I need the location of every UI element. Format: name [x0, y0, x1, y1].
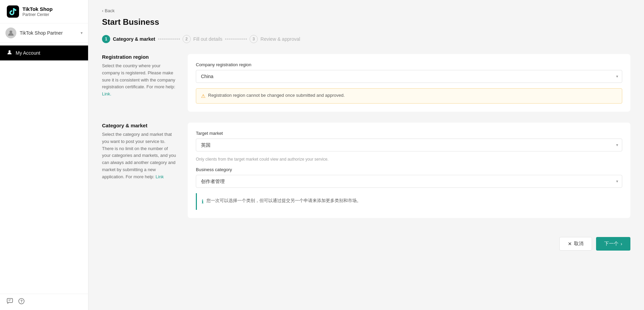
back-link[interactable]: ‹ Back: [102, 8, 630, 13]
registration-section-desc: Registration region Select the country w…: [102, 54, 177, 112]
step-dots-2: [225, 38, 247, 40]
business-category-select[interactable]: 创作者管理内容制作营销推广数据分析: [196, 175, 622, 188]
warning-box: ⚠ Registration region cannot be changed …: [196, 88, 622, 104]
user-name: TikTok Shop Partner: [20, 30, 77, 36]
category-section-title: Category & market: [102, 123, 177, 128]
registration-link[interactable]: Link.: [102, 91, 111, 96]
cancel-label: 取消: [574, 241, 583, 247]
chevron-down-icon: ▾: [81, 31, 83, 35]
back-label: Back: [105, 8, 115, 13]
step-2: 2 Fill out details: [183, 35, 223, 43]
business-category-select-wrapper: 创作者管理内容制作营销推广数据分析 ▾: [196, 175, 622, 188]
cancel-icon: ✕: [568, 241, 572, 247]
sidebar-nav: My Account: [0, 43, 88, 294]
company-region-label: Company registration region: [196, 62, 622, 67]
warning-triangle-icon: ⚠: [201, 93, 205, 99]
svg-point-2: [9, 50, 11, 52]
user-selector[interactable]: TikTok Shop Partner ▾: [0, 23, 88, 43]
registration-section-title: Registration region: [102, 54, 177, 60]
svg-text:?: ?: [20, 299, 23, 303]
back-chevron-icon: ‹: [102, 8, 103, 13]
info-box: ℹ 您一次可以选择一个类别，但可以通过提交另一个申请来添加更多类别和市场。: [196, 193, 622, 210]
svg-rect-0: [7, 5, 19, 18]
cancel-button[interactable]: ✕ 取消: [559, 237, 592, 251]
step-dots-1: [158, 38, 180, 40]
partner-center-label: Partner Center: [22, 12, 53, 17]
category-link[interactable]: Link: [156, 174, 164, 179]
page-title: Start Business: [102, 17, 630, 27]
svg-point-1: [10, 31, 12, 33]
step-2-number: 2: [183, 35, 191, 43]
step-1: 1 Category & market: [102, 35, 155, 43]
next-chevron-icon: ›: [621, 241, 622, 247]
company-region-select[interactable]: ChinaUnited StatesUnited KingdomJapanKor…: [196, 70, 622, 83]
category-section-desc: Category & market Select the category an…: [102, 123, 177, 218]
registration-desc-text: Select the country where your company is…: [102, 63, 175, 89]
step-3: 3 Review & approval: [250, 35, 300, 43]
form-footer: ✕ 取消 下一个 ›: [102, 229, 630, 259]
logo-area: TikTok Shop Partner Center: [0, 0, 88, 23]
my-account-label: My Account: [16, 50, 40, 56]
svg-rect-3: [7, 298, 13, 303]
sidebar: TikTok Shop Partner Center TikTok Shop P…: [0, 0, 88, 310]
target-market-helper: Only clients from the target market coul…: [196, 157, 622, 162]
target-market-select[interactable]: 英国美国日本韩国: [196, 139, 622, 151]
feedback-icon[interactable]: [7, 298, 13, 306]
step-1-number: 1: [102, 35, 110, 43]
target-market-select-wrapper: 英国美国日本韩国 ▾: [196, 139, 622, 151]
category-desc-text: Select the category and market that you …: [102, 132, 176, 179]
target-market-label: Target market: [196, 131, 622, 136]
main-content: ‹ Back Start Business 1 Category & marke…: [88, 0, 644, 310]
category-form-card: Target market 英国美国日本韩国 ▾ Only clients fr…: [188, 123, 630, 218]
next-label: 下一个: [604, 241, 618, 247]
help-icon[interactable]: ?: [18, 298, 24, 306]
avatar: [5, 28, 16, 38]
sidebar-item-my-account[interactable]: My Account: [0, 45, 88, 60]
logo-text: TikTok Shop Partner Center: [22, 6, 53, 17]
step-3-number: 3: [250, 35, 258, 43]
next-button[interactable]: 下一个 ›: [596, 237, 630, 251]
registration-section-text: Select the country where your company is…: [102, 62, 177, 98]
info-circle-icon: ℹ: [202, 198, 204, 206]
step-1-label: Category & market: [113, 36, 155, 42]
step-2-label: Fill out details: [193, 36, 223, 42]
sidebar-footer: ?: [0, 294, 88, 310]
company-region-select-wrapper: ChinaUnited StatesUnited KingdomJapanKor…: [196, 70, 622, 83]
info-text: 您一次可以选择一个类别，但可以通过提交另一个申请来添加更多类别和市场。: [206, 197, 361, 204]
tiktok-logo-icon: [7, 5, 19, 18]
stepper: 1 Category & market 2 Fill out details 3…: [102, 35, 630, 43]
account-icon: [7, 50, 12, 56]
category-section-text: Select the category and market that you …: [102, 131, 177, 181]
category-section: Category & market Select the category an…: [102, 123, 630, 218]
brand-name: TikTok Shop: [22, 6, 53, 12]
registration-form-card: Company registration region ChinaUnited …: [188, 54, 630, 112]
warning-text: Registration region cannot be changed on…: [208, 93, 345, 98]
registration-section: Registration region Select the country w…: [102, 54, 630, 112]
business-category-label: Business category: [196, 167, 622, 172]
step-3-label: Review & approval: [260, 36, 300, 42]
